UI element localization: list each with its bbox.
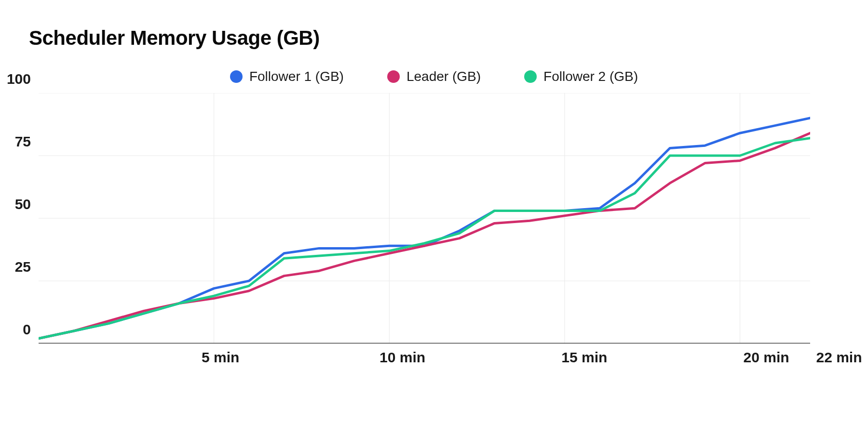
legend-item-follower1: Follower 1 (GB) (230, 69, 344, 84)
legend-dot-icon (387, 70, 400, 83)
y-tick: 25 (15, 259, 39, 275)
series-line (39, 133, 810, 338)
legend: Follower 1 (GB) Leader (GB) Follower 2 (… (29, 69, 839, 84)
plot-svg (39, 93, 810, 344)
plot-area: 0 25 50 75 100 5 min10 min15 min20 min22… (39, 93, 839, 344)
chart-container: Scheduler Memory Usage (GB) Follower 1 (… (29, 26, 839, 344)
x-tick: 20 min (744, 349, 789, 366)
x-tick: 22 min (816, 349, 862, 366)
y-tick: 100 (7, 71, 39, 87)
legend-dot-icon (230, 70, 243, 83)
legend-label: Follower 2 (GB) (543, 69, 638, 84)
legend-label: Follower 1 (GB) (249, 69, 344, 84)
series-line (39, 118, 810, 339)
chart-title: Scheduler Memory Usage (GB) (29, 26, 839, 50)
y-tick: 0 (23, 321, 39, 338)
x-tick: 15 min (561, 349, 607, 366)
y-tick: 75 (15, 133, 39, 150)
legend-label: Leader (GB) (407, 69, 481, 84)
y-tick: 50 (15, 196, 39, 212)
legend-dot-icon (524, 70, 537, 83)
legend-item-leader: Leader (GB) (387, 69, 481, 84)
x-tick: 5 min (202, 349, 239, 366)
legend-item-follower2: Follower 2 (GB) (524, 69, 638, 84)
x-tick: 10 min (380, 349, 425, 366)
